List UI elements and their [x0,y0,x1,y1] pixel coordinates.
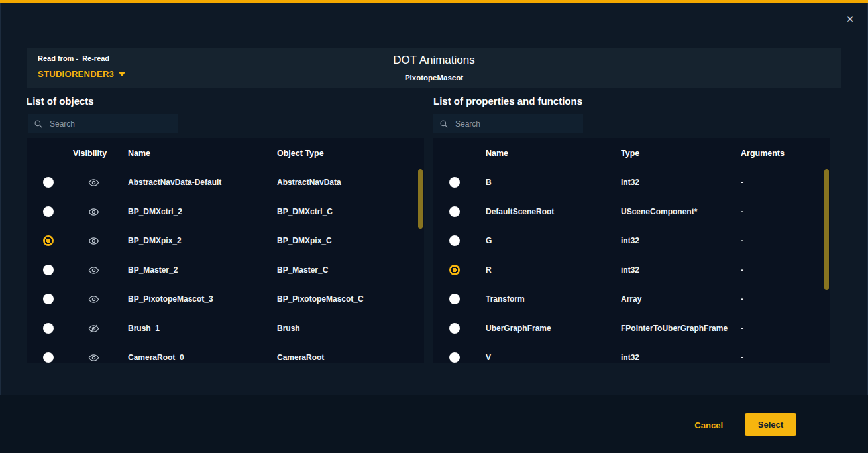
radio-unselected[interactable] [43,323,54,334]
column-header-name: Name [128,149,277,158]
property-type: int32 [621,178,741,187]
table-row[interactable]: BP_Master_2BP_Master_C [27,255,424,285]
eye-icon[interactable] [88,294,99,305]
property-arguments: - [741,236,830,245]
radio-unselected[interactable] [449,323,460,334]
property-name: UberGraphFrame [476,324,621,333]
property-type: int32 [621,265,741,275]
dialog-window: ✕ Read from -Re-read STUDIORENDER3 DOT A… [0,0,868,453]
table-row[interactable]: Vint32- [433,343,830,363]
radio-selected[interactable] [449,265,460,275]
property-arguments: - [741,294,830,304]
radio-unselected[interactable] [43,206,54,217]
object-type: BP_DMXctrl_C [277,207,424,216]
table-row[interactable]: Brush_1Brush [27,314,424,343]
search-icon [439,119,449,129]
object-type: BP_PixotopeMascot_C [277,294,424,304]
column-header-name: Name [476,149,621,158]
radio-unselected[interactable] [43,294,54,304]
table-row[interactable]: Rint32- [433,255,830,285]
property-type: int32 [621,236,741,245]
object-name: BP_PixotopeMascot_3 [128,294,277,304]
properties-table: Name Type Arguments Bint32-DefaultSceneR… [433,138,830,363]
eye-icon[interactable] [88,352,99,363]
column-header-visibility: Visibility [70,149,128,158]
table-row[interactable]: CameraRoot_0CameraRoot [27,343,424,363]
radio-unselected[interactable] [449,177,460,188]
property-type: FPointerToUberGraphFrame [621,324,741,333]
object-type: CameraRoot [277,353,424,362]
property-type: Array [621,294,741,304]
properties-search-input[interactable] [454,119,577,129]
table-row[interactable]: UberGraphFrameFPointerToUberGraphFrame- [433,314,830,343]
footer [0,395,868,453]
object-type: AbstractNavData [277,178,424,187]
property-name: DefaultSceneRoot [476,207,621,216]
property-arguments: - [741,265,830,275]
table-row[interactable]: BP_DMXpix_2BP_DMXpix_C [27,226,424,255]
table-row[interactable]: BP_PixotopeMascot_3BP_PixotopeMascot_C [27,285,424,314]
objects-search-input[interactable] [48,119,172,129]
objects-table-header: Visibility Name Object Type [27,138,424,168]
objects-panel-title: List of objects [27,96,94,107]
table-row[interactable]: Gint32- [433,226,830,255]
table-row[interactable]: BP_DMXctrl_2BP_DMXctrl_C [27,197,424,226]
object-name: BP_Master_2 [128,265,277,275]
property-name: Transform [476,294,621,304]
eye-icon[interactable] [88,265,99,276]
eye-icon[interactable] [88,177,99,188]
radio-unselected[interactable] [449,235,460,246]
eye-icon[interactable] [88,235,99,247]
radio-unselected[interactable] [43,177,54,188]
table-row[interactable]: DefaultSceneRootUSceneComponent*- [433,197,830,226]
objects-search-box [28,114,178,133]
property-name: R [476,265,621,275]
table-row[interactable]: AbstractNavData-DefaultAbstractNavData [27,168,424,197]
table-row[interactable]: Bint32- [433,168,830,197]
radio-unselected[interactable] [449,352,460,363]
properties-table-header: Name Type Arguments [433,138,830,168]
properties-scrollbar[interactable] [824,169,829,290]
eye-off-icon[interactable] [88,323,99,334]
radio-unselected[interactable] [43,265,54,275]
property-type: USceneComponent* [621,207,741,216]
eye-icon[interactable] [88,206,99,218]
radio-unselected[interactable] [449,294,460,304]
object-name: CameraRoot_0 [128,353,277,362]
property-name: G [476,236,621,245]
objects-table: Visibility Name Object Type AbstractNavD… [27,138,424,363]
property-arguments: - [741,207,830,216]
radio-selected[interactable] [43,235,54,246]
table-row[interactable]: TransformArray- [433,285,830,314]
objects-scrollbar[interactable] [418,169,423,229]
search-icon [34,119,43,129]
object-type: Brush [277,324,424,333]
dialog-title: DOT Animations [27,54,841,67]
radio-unselected[interactable] [449,206,460,217]
radio-unselected[interactable] [43,352,54,363]
object-name: AbstractNavData-Default [128,178,277,187]
accent-top-bar [0,0,868,3]
object-name: BP_DMXpix_2 [128,236,277,245]
dialog-subtitle: PixotopeMascot [27,74,841,82]
object-type: BP_Master_C [277,265,424,275]
object-name: BP_DMXctrl_2 [128,207,277,216]
column-header-arguments: Arguments [741,149,830,158]
property-name: B [476,178,621,187]
column-header-object-type: Object Type [277,149,424,158]
property-arguments: - [741,324,830,333]
column-header-type: Type [621,149,741,158]
select-button[interactable]: Select [745,413,796,436]
property-name: V [476,353,621,362]
header-band: Read from -Re-read STUDIORENDER3 DOT Ani… [27,48,841,88]
property-arguments: - [741,353,830,362]
object-name: Brush_1 [128,324,277,333]
object-type: BP_DMXpix_C [277,236,424,245]
property-arguments: - [741,178,830,187]
properties-panel-title: List of properties and functions [433,96,582,107]
property-type: int32 [621,353,741,362]
cancel-button[interactable]: Cancel [694,421,723,430]
properties-search-box [433,114,583,133]
close-icon[interactable]: ✕ [843,12,857,27]
